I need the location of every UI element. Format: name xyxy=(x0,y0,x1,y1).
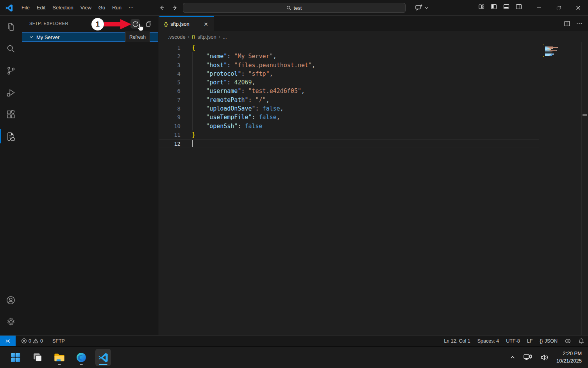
line-number: 9 xyxy=(159,113,181,121)
toggle-primary-sidebar-icon[interactable] xyxy=(490,3,497,10)
menu-edit[interactable]: Edit xyxy=(33,3,49,12)
breadcrumb-file[interactable]: sftp.json xyxy=(197,34,216,40)
code-line[interactable]: 3 "host": "files.peanuthost.net", xyxy=(159,61,539,70)
search-view-icon xyxy=(6,44,16,54)
code-line[interactable]: 9 "useTempFile": false, xyxy=(159,113,539,121)
braces-icon: {} xyxy=(540,338,543,344)
editor-group: {} sftp.json ✕ .vscode › {} sftp.json › … xyxy=(159,16,588,335)
cursor-position[interactable]: Ln 12, Col 1 xyxy=(440,336,474,346)
error-icon xyxy=(21,338,27,344)
code-line[interactable]: 8 "uploadOnSave": false, xyxy=(159,104,539,113)
minimap[interactable] xyxy=(543,45,579,59)
menu-selection[interactable]: Selection xyxy=(49,3,77,12)
window-controls xyxy=(529,0,588,16)
toggle-panel-icon[interactable] xyxy=(503,3,510,10)
menu-run[interactable]: Run xyxy=(109,3,125,12)
customize-layout-icon[interactable] xyxy=(478,3,485,10)
settings-button[interactable] xyxy=(0,311,21,333)
remote-indicator[interactable] xyxy=(0,336,16,347)
split-editor-icon[interactable] xyxy=(564,20,570,27)
breadcrumb-symbol[interactable]: ... xyxy=(223,34,227,40)
vscode-taskbar-button[interactable] xyxy=(95,349,111,366)
search-input[interactable]: test xyxy=(183,3,406,13)
sftp-icon xyxy=(5,131,16,142)
toggle-secondary-sidebar-icon[interactable] xyxy=(515,3,522,10)
tab-bar: {} sftp.json ✕ xyxy=(159,16,588,31)
code-line[interactable]: 1{ xyxy=(159,43,539,52)
sidebar-item-source-control[interactable] xyxy=(0,60,21,82)
chevron-down-icon[interactable] xyxy=(29,34,34,40)
running-indicator xyxy=(58,364,61,365)
activity-bar-bottom xyxy=(0,289,21,333)
copilot-chat-button[interactable] xyxy=(414,3,429,13)
start-button[interactable] xyxy=(8,349,23,366)
breadcrumb: .vscode › {} sftp.json › ... xyxy=(159,31,588,42)
sidebar-item-run-debug[interactable] xyxy=(0,82,21,104)
sidebar-item-explorer[interactable] xyxy=(0,16,21,38)
overview-ruler-scrollbar[interactable] xyxy=(581,42,588,335)
close-button[interactable] xyxy=(568,0,588,16)
warning-icon xyxy=(33,338,39,344)
code-line[interactable]: 4 "protocol": "sftp", xyxy=(159,70,539,78)
copilot-status-button[interactable] xyxy=(561,336,575,346)
nav-forward-icon[interactable] xyxy=(170,3,180,13)
menu-file[interactable]: File xyxy=(18,3,33,12)
language-mode[interactable]: {} JSON xyxy=(536,336,561,346)
file-explorer-button[interactable] xyxy=(52,349,67,366)
line-number: 11 xyxy=(159,130,181,139)
tab-sftp-json[interactable]: {} sftp.json ✕ xyxy=(159,16,214,31)
sidebar-item-sftp[interactable] xyxy=(0,125,21,147)
tab-close-icon[interactable]: ✕ xyxy=(202,20,210,28)
code-line[interactable]: 10 "openSsh": false xyxy=(159,122,539,130)
text-cursor xyxy=(192,140,193,147)
code-line[interactable]: 12 xyxy=(159,139,539,148)
account-icon xyxy=(5,295,16,305)
breadcrumb-folder[interactable]: .vscode xyxy=(168,34,186,40)
server-label: My Server xyxy=(36,34,59,40)
notifications-button[interactable] xyxy=(575,336,588,346)
search-value: test xyxy=(294,5,302,11)
copilot-icon xyxy=(565,338,571,344)
eol-sequence[interactable]: LF xyxy=(524,336,536,346)
line-number: 10 xyxy=(159,122,181,130)
code-line[interactable]: 11} xyxy=(159,130,539,139)
menu-more[interactable]: ⋯ xyxy=(125,3,137,12)
problems-indicator[interactable]: 0 0 xyxy=(18,336,46,346)
code-line[interactable]: 5 "port": 42069, xyxy=(159,78,539,87)
task-view-button[interactable] xyxy=(30,349,45,366)
indentation[interactable]: Spaces: 4 xyxy=(474,336,503,346)
status-bar: 0 0 SFTP Ln 12, Col 1 Spaces: 4 UTF-8 LF… xyxy=(0,335,588,346)
network-icon[interactable] xyxy=(523,353,533,362)
line-number: 2 xyxy=(159,52,181,61)
account-button[interactable] xyxy=(0,289,21,311)
more-actions-icon[interactable] xyxy=(576,20,583,27)
vscode-icon xyxy=(98,352,109,363)
minimize-button[interactable] xyxy=(529,0,549,16)
restore-button[interactable] xyxy=(549,0,568,16)
json-file-icon: {} xyxy=(164,21,168,27)
line-number: 6 xyxy=(159,87,181,95)
volume-icon[interactable] xyxy=(540,353,549,362)
code-line[interactable]: 7 "remotePath": "/", xyxy=(159,96,539,104)
activity-bar xyxy=(0,16,21,335)
sftp-status-item[interactable]: SFTP xyxy=(49,336,68,346)
menu-go[interactable]: Go xyxy=(95,3,109,12)
sidebar-item-search[interactable] xyxy=(0,38,21,60)
tray-chevron-up-icon[interactable] xyxy=(509,354,516,361)
taskbar-clock[interactable]: 2:20 PM 10/21/2025 xyxy=(556,350,582,365)
code-line[interactable]: 6 "username": "test.e42d6f05", xyxy=(159,87,539,95)
encoding[interactable]: UTF-8 xyxy=(502,336,523,346)
active-indicator xyxy=(99,364,107,365)
menu-view[interactable]: View xyxy=(77,3,95,12)
sidebar-item-extensions[interactable] xyxy=(0,104,21,125)
sftp-explorer-panel: SFTP: EXPLORER My Server xyxy=(21,16,159,335)
code-line[interactable]: 2 "name": "My Server", xyxy=(159,52,539,61)
json-file-icon: {} xyxy=(192,34,195,39)
code-editor[interactable]: 1{2 "name": "My Server",3 "host": "files… xyxy=(159,42,588,335)
refresh-tooltip: Refresh xyxy=(125,32,150,42)
edge-button[interactable] xyxy=(73,349,89,366)
minimap-content xyxy=(543,45,579,58)
nav-back-icon[interactable] xyxy=(157,3,166,13)
code-lines: 1{2 "name": "My Server",3 "host": "files… xyxy=(159,42,539,148)
file-explorer-icon xyxy=(53,351,66,364)
